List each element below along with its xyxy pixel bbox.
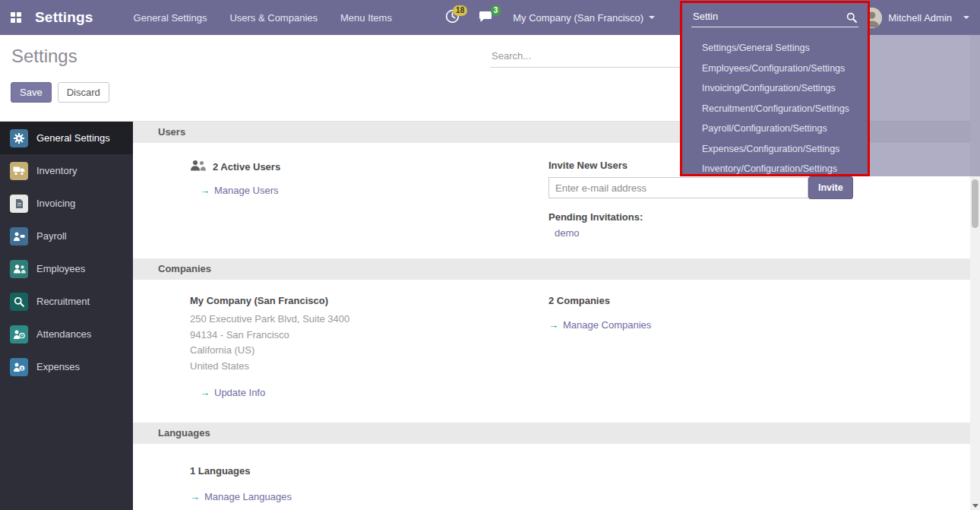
manage-languages-link[interactable]: → Manage Languages bbox=[190, 491, 548, 502]
sidebar-item-label: Attendances bbox=[36, 328, 91, 340]
sidebar-item-expenses[interactable]: $ Expenses bbox=[0, 350, 133, 383]
employees-icon bbox=[10, 260, 28, 278]
messages-button[interactable]: 3 bbox=[469, 0, 502, 35]
recruitment-icon bbox=[10, 293, 28, 311]
activities-button[interactable]: 18 bbox=[435, 0, 469, 35]
section-header-companies: Companies bbox=[133, 258, 970, 280]
sidebar-item-general-settings[interactable]: General Settings bbox=[0, 122, 133, 154]
search-result-item[interactable]: Expenses/Configuration/Settings bbox=[682, 139, 868, 160]
company-switcher[interactable]: My Company (San Francisco) bbox=[502, 0, 665, 35]
sidebar-item-inventory[interactable]: Inventory bbox=[0, 154, 133, 187]
dropdown-backdrop bbox=[870, 35, 980, 176]
company-address-line: California (US) bbox=[190, 343, 548, 359]
search-result-item[interactable]: Inventory/Configuration/Settings bbox=[682, 159, 868, 179]
update-info-label: Update Info bbox=[214, 387, 265, 398]
invite-email-input[interactable] bbox=[548, 177, 808, 198]
sidebar-item-attendances[interactable]: Attendances bbox=[0, 318, 133, 350]
app-title[interactable]: Settings bbox=[35, 9, 93, 26]
settings-content: Users 2 Active Users → Manage Users Invi… bbox=[133, 122, 970, 510]
pending-invitation-demo-link[interactable]: demo bbox=[555, 227, 970, 239]
search-result-item[interactable]: Invoicing/Configuration/Settings bbox=[682, 78, 868, 99]
chevron-down-icon bbox=[649, 16, 655, 19]
menu-search-dropdown: Settings/General Settings Employees/Conf… bbox=[680, 1, 870, 176]
search-result-item[interactable]: Payroll/Configuration/Settings bbox=[682, 119, 868, 139]
manage-users-link[interactable]: → Manage Users bbox=[200, 185, 548, 196]
truck-icon bbox=[10, 162, 28, 180]
section-header-languages: Languages bbox=[133, 423, 970, 444]
sidebar-item-payroll[interactable]: Payroll bbox=[0, 220, 133, 252]
search-icon[interactable] bbox=[846, 12, 857, 25]
sidebar-item-recruitment[interactable]: Recruitment bbox=[0, 285, 133, 318]
nav-menu-users-companies[interactable]: Users & Companies bbox=[218, 0, 329, 35]
invite-button[interactable]: Invite bbox=[808, 176, 853, 199]
sidebar-item-label: Inventory bbox=[36, 165, 77, 176]
update-info-link[interactable]: → Update Info bbox=[200, 387, 548, 398]
arrow-right-icon: → bbox=[200, 387, 210, 398]
sidebar-item-label: Employees bbox=[36, 263, 85, 274]
company-address-line: United States bbox=[190, 359, 548, 375]
arrow-right-icon: → bbox=[190, 491, 200, 502]
form-buttons: Save Discard bbox=[11, 82, 109, 103]
attendance-icon bbox=[10, 325, 28, 344]
main-area: General Settings Inventory Invoicing Pay… bbox=[0, 122, 970, 510]
payroll-icon bbox=[10, 227, 28, 245]
company-address-line: 250 Executive Park Blvd, Suite 3400 bbox=[190, 312, 548, 328]
arrow-right-icon: → bbox=[548, 319, 558, 331]
arrow-right-icon: → bbox=[200, 185, 210, 196]
manage-companies-label: Manage Companies bbox=[563, 319, 651, 331]
scrollbar-down-arrow-icon[interactable] bbox=[972, 504, 978, 508]
pending-invitations-title: Pending Invitations: bbox=[548, 211, 970, 223]
company-address-line: 94134 - San Francisco bbox=[190, 328, 548, 344]
user-name: Mitchell Admin bbox=[888, 12, 952, 24]
manage-languages-label: Manage Languages bbox=[204, 491, 292, 502]
sidebar-item-label: Expenses bbox=[36, 361, 80, 372]
menu-search-input[interactable] bbox=[691, 9, 858, 27]
settings-sidebar: General Settings Inventory Invoicing Pay… bbox=[0, 122, 133, 510]
apps-grid-icon[interactable] bbox=[5, 0, 27, 35]
companies-count: 2 Companies bbox=[548, 295, 970, 306]
chevron-down-icon bbox=[963, 16, 969, 19]
apps-grid-glyph bbox=[11, 12, 21, 23]
users-group-icon bbox=[190, 160, 206, 173]
sidebar-item-label: Payroll bbox=[36, 230, 67, 242]
page-title: Settings bbox=[11, 46, 77, 67]
invoice-icon bbox=[10, 195, 28, 213]
nav-menu-general-settings[interactable]: General Settings bbox=[122, 0, 219, 35]
languages-count: 1 Languages bbox=[190, 465, 548, 477]
company-switcher-label: My Company (San Francisco) bbox=[513, 12, 643, 24]
search-result-item[interactable]: Recruitment/Configuration/Settings bbox=[682, 99, 868, 119]
message-count-badge: 3 bbox=[491, 5, 501, 16]
activity-count-badge: 18 bbox=[453, 5, 467, 16]
sidebar-item-employees[interactable]: Employees bbox=[0, 252, 133, 285]
sidebar-item-invoicing[interactable]: Invoicing bbox=[0, 187, 133, 220]
manage-companies-link[interactable]: → Manage Companies bbox=[548, 319, 970, 331]
sidebar-item-label: Recruitment bbox=[36, 296, 90, 307]
gear-icon bbox=[10, 129, 28, 147]
sidebar-item-label: Invoicing bbox=[36, 198, 75, 209]
save-button[interactable]: Save bbox=[11, 82, 52, 103]
expenses-icon: $ bbox=[10, 358, 28, 376]
search-result-item[interactable]: Settings/General Settings bbox=[682, 38, 868, 59]
discard-button[interactable]: Discard bbox=[58, 82, 109, 103]
sidebar-item-label: General Settings bbox=[36, 132, 110, 144]
search-result-item[interactable]: Employees/Configuration/Settings bbox=[682, 59, 868, 79]
active-users-count: 2 Active Users bbox=[213, 161, 280, 173]
company-name: My Company (San Francisco) bbox=[190, 295, 548, 306]
nav-menu-menu-items[interactable]: Menu Items bbox=[329, 0, 403, 35]
scrollbar-thumb[interactable] bbox=[972, 179, 978, 228]
user-menu[interactable]: Mitchell Admin bbox=[857, 0, 980, 35]
manage-users-label: Manage Users bbox=[214, 185, 279, 196]
